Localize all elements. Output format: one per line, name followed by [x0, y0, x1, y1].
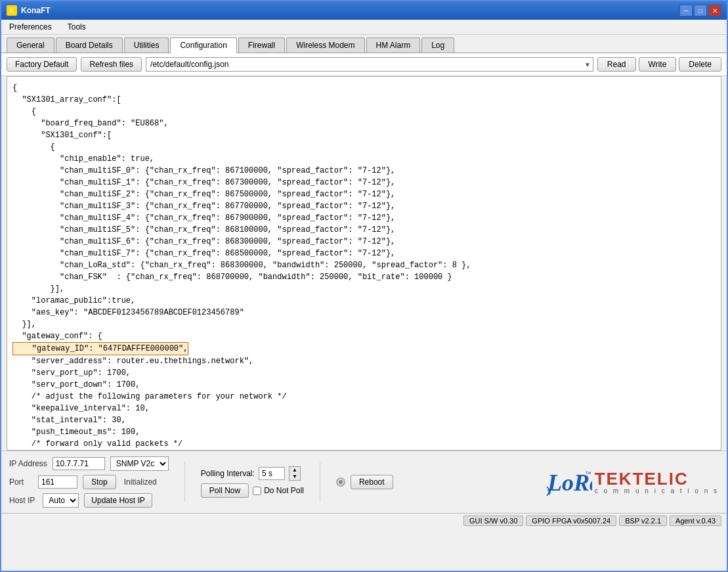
tools-menu[interactable]: Tools — [62, 21, 91, 33]
tektelic-logo: TEKTELIC c o m m u n i c a t i o n s — [595, 470, 719, 495]
code-line: "chan_multiSF_4": {"chan_rx_freq": 86790… — [12, 212, 716, 224]
tab-general[interactable]: General — [7, 37, 54, 53]
tab-wireless-modem[interactable]: Wireless Modem — [286, 37, 364, 53]
highlighted-code-line: "gateway_ID": "647FDAFFFE000000", — [12, 342, 716, 355]
tab-configuration[interactable]: Configuration — [170, 37, 236, 53]
host-ip-select[interactable]: Auto — [43, 493, 79, 508]
logo-section: LoRa ™ TEKTELIC c o m m u n i c a t i o … — [546, 466, 719, 498]
read-button[interactable]: Read — [597, 57, 636, 72]
code-line: "chan_multiSF_5": {"chan_rx_freq": 86810… — [12, 224, 716, 236]
minimize-button[interactable]: ─ — [679, 5, 693, 16]
tab-utilities[interactable]: Utilities — [124, 37, 169, 53]
code-line: "chan_multiSF_3": {"chan_rx_freq": 86770… — [12, 200, 716, 212]
polling-interval-input[interactable] — [259, 467, 285, 480]
snmp-version-select[interactable]: SNMP V2c — [110, 456, 169, 471]
tab-log[interactable]: Log — [421, 37, 454, 53]
code-line: /* adjust the following parameters for y… — [12, 391, 716, 403]
code-line: "board_freq_band": "EU868", — [12, 118, 716, 129]
code-line: "chan_multiSF_1": {"chan_rx_freq": 86730… — [12, 177, 716, 188]
app-icon: K — [7, 5, 17, 16]
code-line: }], — [12, 319, 716, 330]
agent-version: Agent v.0.43 — [670, 516, 721, 526]
code-line: { — [12, 141, 716, 153]
preferences-menu[interactable]: Preferences — [4, 21, 57, 33]
polling-section: Polling Interval: ▲ ▼ Poll Now Do Not Po… — [201, 466, 304, 498]
code-line: /* forward only valid packets */ — [12, 438, 716, 450]
update-host-ip-button[interactable]: Update Host IP — [84, 493, 152, 508]
poll-now-button[interactable]: Poll Now — [201, 483, 249, 498]
spin-down-button[interactable]: ▼ — [289, 473, 300, 480]
stop-button[interactable]: Stop — [83, 475, 116, 489]
status-bar: GUI S/W v0.30 GPIO FPGA v0x5007.24 BSP v… — [1, 513, 727, 528]
tab-hm-alarm[interactable]: HM Alarm — [366, 37, 421, 53]
close-button[interactable]: ✕ — [708, 5, 721, 16]
lora-logo-svg: LoRa ™ — [546, 466, 592, 498]
code-line: "SX1301_array_conf":[ — [12, 94, 716, 106]
code-line: "stat_interval": 30, — [12, 414, 716, 426]
code-line: "chan_multiSF_0": {"chan_rx_freq": 86710… — [12, 165, 716, 177]
factory-default-button[interactable]: Factory Default — [7, 57, 77, 72]
tab-firewall[interactable]: Firewall — [238, 37, 285, 53]
code-line: "SX1301_conf":[ — [12, 129, 716, 141]
spin-up-button[interactable]: ▲ — [289, 467, 300, 473]
code-line: "chip_enable": true, — [12, 153, 716, 165]
tab-board-details[interactable]: Board Details — [56, 37, 123, 53]
code-line: "push_timeout_ms": 100, — [12, 426, 716, 438]
toolbar: Factory Default Refresh files /etc/defau… — [1, 53, 727, 76]
code-line: { — [12, 106, 716, 118]
tektelic-name: TEKTELIC — [595, 470, 689, 487]
maximize-button[interactable]: □ — [694, 5, 707, 16]
code-line: "gateway_conf": { — [12, 330, 716, 342]
code-line: "serv_port_up": 1700, — [12, 367, 716, 379]
code-line: "serv_port_down": 1700, — [12, 379, 716, 391]
bsp-version: BSP v2.2.1 — [619, 516, 667, 526]
vertical-divider — [184, 462, 185, 502]
tab-bar: General Board Details Utilities Configur… — [1, 35, 727, 53]
code-line: "chan_LoRa_std": {"chan_rx_freq": 868300… — [12, 259, 716, 271]
polling-interval-label: Polling Interval: — [201, 469, 255, 478]
code-line: "aes_key": "ABCDEF0123456789ABCDEF012345… — [12, 307, 716, 319]
status-text: Initialized — [124, 477, 157, 487]
gpio-fpga-version: GPIO FPGA v0x5007.24 — [526, 516, 616, 526]
do-not-poll-checkbox-label[interactable]: Do Not Poll — [253, 486, 304, 495]
delete-button[interactable]: Delete — [679, 57, 721, 72]
port-label: Port — [9, 477, 24, 487]
status-radio-indicator — [336, 477, 345, 487]
refresh-files-button[interactable]: Refresh files — [81, 57, 142, 72]
bottom-panel: IP Address SNMP V2c Port Stop Initialize… — [1, 451, 727, 513]
host-ip-label: Host IP — [9, 496, 35, 505]
title-bar: K KonaFT ─ □ ✕ — [1, 1, 727, 20]
tektelic-subtitle: c o m m u n i c a t i o n s — [595, 487, 719, 495]
code-line: "chan_multiSF_2": {"chan_rx_freq": 86750… — [12, 188, 716, 200]
code-line: "chan_multiSF_7": {"chan_rx_freq": 86850… — [12, 248, 716, 259]
code-line: }], — [12, 283, 716, 295]
code-line: "keepalive_interval": 10, — [12, 403, 716, 414]
do-not-poll-checkbox[interactable] — [253, 487, 261, 495]
reboot-button[interactable]: Reboot — [351, 475, 393, 489]
code-line: "chan_multiSF_6": {"chan_rx_freq": 86830… — [12, 236, 716, 248]
code-line: { — [12, 82, 716, 94]
polling-spinner[interactable]: ▲ ▼ — [289, 466, 301, 481]
code-line: "loramac_public":true, — [12, 295, 716, 307]
svg-text:™: ™ — [585, 470, 591, 477]
write-button[interactable]: Write — [639, 57, 677, 72]
port-input[interactable] — [38, 475, 77, 489]
file-path-select[interactable]: /etc/default/config.json — [146, 57, 593, 72]
code-editor[interactable]: { "SX1301_array_conf":[ { "board_freq_ba… — [7, 76, 721, 451]
ip-address-input[interactable] — [53, 457, 105, 470]
menu-bar: Preferences Tools — [1, 20, 727, 35]
code-line: "chan_FSK" : {"chan_rx_freq": 868700000,… — [12, 271, 716, 283]
vertical-divider-2 — [320, 462, 320, 502]
ip-address-label: IP Address — [9, 459, 47, 468]
window-title: KonaFT — [21, 6, 51, 15]
do-not-poll-label: Do Not Poll — [264, 486, 304, 495]
gui-sw-version: GUI S/W v0.30 — [463, 516, 523, 526]
code-line: "server_address": router.eu.thethings.ne… — [12, 355, 716, 367]
